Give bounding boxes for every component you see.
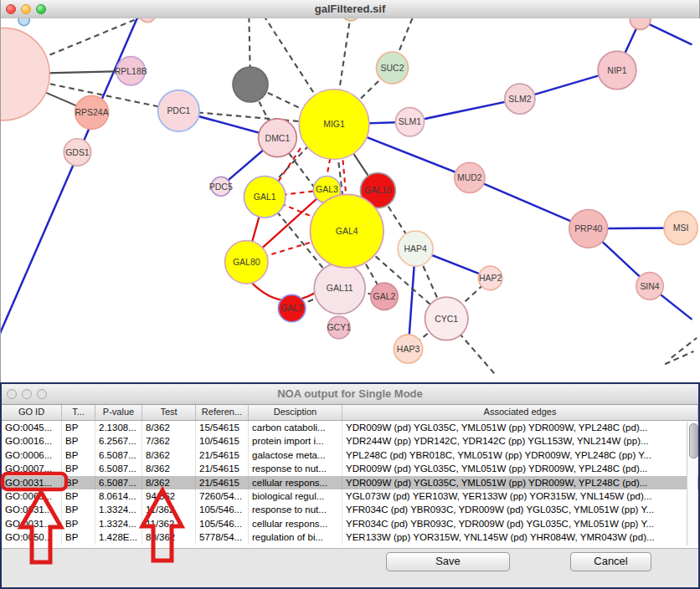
node-label-CYC1: CYC1 xyxy=(435,315,458,324)
noa-output-window: NOA output for Single Mode GO IDT...P-va… xyxy=(0,382,700,589)
cell-type: BP xyxy=(62,462,95,475)
scrollbar-thumb[interactable] xyxy=(689,423,698,458)
network-graph: RPL18BRPS24AGDS1PDC1DMC1MIG1SUC2NIP1SLM2… xyxy=(1,18,700,384)
column-header-pvalue[interactable]: P-value xyxy=(95,405,142,420)
cell-go_id: GO:0031... xyxy=(2,503,62,516)
node-tiny-topleft[interactable] xyxy=(18,18,29,26)
table-row[interactable]: GO:0016...BP6.2567...7/36210/54615protei… xyxy=(2,434,698,448)
column-header-desciption[interactable]: Desciption xyxy=(249,405,342,420)
cell-type: BP xyxy=(62,503,95,516)
node-label-MSI: MSI xyxy=(673,223,689,233)
cancel-button[interactable]: Cancel xyxy=(570,552,651,571)
cell-test: 8/362 xyxy=(142,448,196,462)
cell-type: BP xyxy=(62,517,95,530)
table-row[interactable]: GO:0007...BP6.5087...8/36221/54615respon… xyxy=(2,462,698,475)
cell-go_id: GO:0016... xyxy=(2,434,62,448)
column-header-referen[interactable]: Referen... xyxy=(196,405,249,420)
graph-window-titlebar[interactable]: galFiltered.sif xyxy=(1,0,699,19)
table-row[interactable]: GO:0031...BP6.5087...8/36221/54615cellul… xyxy=(2,476,698,489)
node-top-pink[interactable] xyxy=(140,18,156,23)
cell-type: BP xyxy=(62,530,95,544)
cell-p_value: 6.5087... xyxy=(95,448,142,462)
node-left-big[interactable] xyxy=(1,28,49,120)
cell-description: protein import i... xyxy=(249,434,342,448)
node-label-SLM1: SLM1 xyxy=(399,117,422,126)
cell-test: 8/362 xyxy=(142,421,196,434)
cell-go_id: GO:0050... xyxy=(2,530,62,544)
cell-test: 11/362 xyxy=(142,517,196,530)
cell-test: 8/362 xyxy=(142,476,196,489)
graph-edge xyxy=(409,99,519,122)
cell-reference: 10/54615 xyxy=(196,434,249,448)
cell-description: cellular respons... xyxy=(249,476,342,489)
node-topright-pink[interactable] xyxy=(630,18,651,29)
column-header-test[interactable]: Test xyxy=(142,405,196,420)
graph-window-title: galFiltered.sif xyxy=(1,0,699,18)
node-label-NIP1: NIP1 xyxy=(607,66,626,75)
node-label-GAL2: GAL2 xyxy=(373,292,396,301)
node-label-GAL80: GAL80 xyxy=(233,258,260,267)
table-row[interactable]: GO:0031...BP1.3324...11/362105/546...res… xyxy=(2,503,698,516)
column-header-t[interactable]: T... xyxy=(62,405,95,420)
cell-p_value: 6.2567... xyxy=(95,434,142,448)
column-header-associatededges[interactable]: Associated edges xyxy=(342,405,698,420)
node-label-GAL10: GAL10 xyxy=(364,186,392,195)
node-label-MIG1: MIG1 xyxy=(323,120,345,129)
table-row[interactable]: GO:0050...BP1.428E...80/3625778/54...reg… xyxy=(2,530,698,544)
table-row[interactable]: GO:0006...BP6.5087...8/36221/54615galact… xyxy=(2,448,698,462)
cell-edges: YFR034C (pd) YBR093C, YDR009W (pd) YGL03… xyxy=(342,503,698,516)
results-table-header: GO IDT...P-valueTestReferen...Desciption… xyxy=(2,405,698,421)
cell-p_value: 6.5087... xyxy=(95,462,142,475)
cell-description: cellular respons... xyxy=(249,517,342,530)
cell-p_value: 1.428E... xyxy=(95,530,142,544)
cell-description: response to nut... xyxy=(249,462,342,475)
node-label-SUC2: SUC2 xyxy=(381,64,404,73)
node-label-HAP3: HAP3 xyxy=(397,345,420,354)
node-top-green[interactable] xyxy=(342,18,360,21)
cell-edges: YGL073W (pd) YER103W, YER133W (pp) YOR31… xyxy=(342,489,698,503)
noa-window-titlebar[interactable]: NOA output for Single Mode xyxy=(2,384,698,405)
cell-edges: YFR034C (pd) YBR093C, YDR009W (pd) YGL03… xyxy=(342,517,698,530)
graph-edge xyxy=(665,351,693,364)
table-row[interactable]: GO:0065...BP8.0614...94/3627260/54...bio… xyxy=(2,489,698,503)
noa-window-title: NOA output for Single Mode xyxy=(2,384,698,404)
node-label-SLM2: SLM2 xyxy=(508,95,532,104)
node-label-GDS1: GDS1 xyxy=(65,148,90,157)
column-header-goid[interactable]: GO ID xyxy=(2,405,62,420)
cell-edges: YDR009W (pd) YGL035C, YML051W (pp) YDR00… xyxy=(342,421,698,434)
node-label-PDC1: PDC1 xyxy=(167,106,190,115)
node-label-HAP4: HAP4 xyxy=(404,244,427,254)
cell-type: BP xyxy=(62,448,95,462)
cell-edges: YER133W (pp) YOR315W, YNL145W (pd) YHR08… xyxy=(342,530,698,544)
table-row[interactable]: GO:0031...BP1.3324...11/362105/546...cel… xyxy=(2,517,698,530)
cell-type: BP xyxy=(62,434,95,448)
cell-go_id: GO:0031... xyxy=(2,517,62,530)
vertical-scrollbar[interactable] xyxy=(687,422,697,545)
cell-reference: 105/546... xyxy=(196,517,249,530)
node-label-GAL11: GAL11 xyxy=(327,284,353,293)
save-button[interactable]: Save xyxy=(386,552,510,571)
table-row[interactable]: GO:0045...BP2.1308...8/36215/54615carbon… xyxy=(2,421,698,434)
cell-test: 94/362 xyxy=(142,489,196,503)
cell-type: BP xyxy=(62,476,95,489)
cell-reference: 105/546... xyxy=(196,503,249,516)
node-label-SIN4: SIN4 xyxy=(640,282,659,291)
node-gray-node[interactable] xyxy=(233,67,268,102)
node-label-PDC5: PDC5 xyxy=(209,182,233,192)
cell-reference: 5778/54... xyxy=(196,530,249,544)
node-label-GAL4: GAL4 xyxy=(336,227,358,236)
cell-go_id: GO:0007... xyxy=(2,462,62,475)
node-label-MUD2: MUD2 xyxy=(457,173,482,182)
node-label-HAP2: HAP2 xyxy=(479,274,502,283)
node-label-PRP40: PRP40 xyxy=(574,224,602,233)
cell-go_id: GO:0045... xyxy=(2,421,62,434)
cell-description: biological regul... xyxy=(249,489,342,503)
cell-edges: YDR009W (pd) YGL035C, YML051W (pp) YDR00… xyxy=(342,476,698,489)
network-canvas[interactable]: RPL18BRPS24AGDS1PDC1DMC1MIG1SUC2NIP1SLM2… xyxy=(1,18,700,384)
node-label-GAL7: GAL7 xyxy=(281,304,303,313)
cell-reference: 15/54615 xyxy=(196,421,249,434)
cell-edges: YDR009W (pd) YGL035C, YML051W (pp) YDR00… xyxy=(342,462,698,475)
cell-go_id: GO:0031... xyxy=(2,476,62,489)
cell-p_value: 2.1308... xyxy=(95,421,142,434)
node-label-GAL1: GAL1 xyxy=(254,192,276,202)
